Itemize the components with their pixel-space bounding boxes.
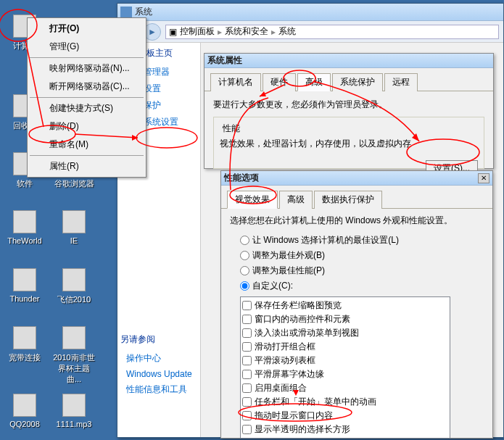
check-row[interactable]: 任务栏和「开始」菜单中的动画 <box>242 395 448 409</box>
icon-label: 谷歌浏览器 <box>52 178 96 189</box>
icon-label: 宽带连接 <box>3 352 46 363</box>
tab-advanced[interactable]: 高级 <box>279 191 313 209</box>
radio-label: 调整为最佳性能(P) <box>252 265 325 275</box>
checkbox[interactable] <box>242 315 252 324</box>
file-icon <box>13 326 36 349</box>
separator <box>30 97 144 98</box>
perf-desc: 视觉效果，处理器计划，内存使用，以及虚拟内存 <box>220 138 478 150</box>
ctx-map-drive[interactable]: 映射网络驱动器(N)... <box>29 59 144 78</box>
icon-label: 2010南非世界杯主题曲... <box>52 352 96 385</box>
check-row[interactable]: 显示半透明的选择长方形 <box>242 423 448 436</box>
icon-label: 飞信2010 <box>52 294 96 305</box>
radio-best-perf[interactable] <box>240 266 249 275</box>
check-label: 淡入淡出或滑动菜单到视图 <box>255 328 359 338</box>
visual-effects-list[interactable]: 保存任务栏缩略图预览窗口内的动画控件和元素淡入淡出或滑动菜单到视图滑动打开组合框… <box>240 296 450 439</box>
checkbox[interactable] <box>242 383 252 393</box>
desktop-icon[interactable]: QQ2008 <box>3 394 46 428</box>
check-row[interactable]: 保存任务栏缩略图预览 <box>242 299 448 312</box>
desktop-icon[interactable]: 1111.mp3 <box>52 394 96 428</box>
desktop-icon[interactable]: 宽带连接 <box>3 326 46 363</box>
radio-label: 调整为最佳外观(B) <box>252 250 325 260</box>
icon-label: TheWorld <box>3 236 46 245</box>
tab-advanced[interactable]: 高级 <box>297 73 331 91</box>
file-icon <box>13 210 36 233</box>
perf-group-title: 性能 <box>220 123 243 135</box>
toolbar: ◄ ► ▣ 控制面板▸ 系统和安全▸ 系统 <box>117 21 503 43</box>
icon-label: 1111.mp3 <box>52 420 96 428</box>
check-label: 显示缩略图，而不是显示图标 <box>255 438 368 439</box>
checkbox[interactable] <box>242 425 252 434</box>
checkbox[interactable] <box>242 411 252 420</box>
sidebar-perf-tools[interactable]: 性能信息和工具 <box>120 381 197 398</box>
checkbox[interactable] <box>242 342 252 352</box>
checkbox[interactable] <box>242 397 252 407</box>
ctx-rename[interactable]: 重命名(M) <box>29 136 144 154</box>
tab-protection[interactable]: 系统保护 <box>332 73 383 91</box>
check-row[interactable]: 平滑屏幕字体边缘 <box>242 368 448 381</box>
check-row[interactable]: 平滑滚动列表框 <box>242 354 448 368</box>
radio-custom[interactable] <box>240 281 249 291</box>
separator <box>30 57 144 58</box>
breadcrumb-item[interactable]: 系统和安全 <box>225 25 268 38</box>
system-properties-dialog: 系统属性 计算机名 硬件 高级 系统保护 远程 要进行大多数更改，您必须作为管理… <box>204 53 494 169</box>
file-icon <box>62 268 86 291</box>
checkbox[interactable] <box>242 370 252 379</box>
checkbox[interactable] <box>242 328 252 338</box>
sidebar-win-update[interactable]: Windows Update <box>120 367 197 381</box>
breadcrumb-item[interactable]: 控制面板 <box>180 25 215 38</box>
radio-label: 自定义(C): <box>252 281 293 291</box>
desktop-icon[interactable]: 飞信2010 <box>52 268 96 305</box>
icon-label: Thunder <box>3 294 46 303</box>
ctx-manage[interactable]: 管理(G) <box>29 38 144 56</box>
ctx-properties[interactable]: 属性(R) <box>29 157 144 175</box>
tab-computer-name[interactable]: 计算机名 <box>210 73 261 91</box>
check-label: 任务栏和「开始」菜单中的动画 <box>255 397 376 407</box>
check-row[interactable]: 拖动时显示窗口内容 <box>242 409 448 423</box>
tab-remote[interactable]: 远程 <box>384 73 418 91</box>
radio-best-look[interactable] <box>240 251 249 260</box>
separator <box>30 155 144 156</box>
check-label: 显示半透明的选择长方形 <box>255 424 350 434</box>
icon-label: QQ2008 <box>3 420 46 428</box>
check-row[interactable]: 窗口内的动画控件和元素 <box>242 312 448 326</box>
ctx-create-shortcut[interactable]: 创建快捷方式(S) <box>29 99 144 117</box>
sidebar-action-center[interactable]: 操作中心 <box>120 350 197 367</box>
ctx-disconnect-drive[interactable]: 断开网络驱动器(C)... <box>29 78 144 96</box>
checkbox[interactable] <box>242 301 252 310</box>
check-row[interactable]: 滑动打开组合框 <box>242 340 448 354</box>
context-menu: 打开(O) 管理(G) 映射网络驱动器(N)... 断开网络驱动器(C)... … <box>27 17 146 178</box>
address-bar[interactable]: ▣ 控制面板▸ 系统和安全▸ 系统 <box>165 25 499 39</box>
check-row[interactable]: 显示缩略图，而不是显示图标 <box>242 436 448 439</box>
breadcrumb-item[interactable]: 系统 <box>278 25 296 38</box>
check-label: 窗口内的动画控件和元素 <box>255 314 350 324</box>
desktop-icon[interactable]: 2010南非世界杯主题曲... <box>52 326 96 385</box>
ctx-open[interactable]: 打开(O) <box>29 20 144 38</box>
check-row[interactable]: 启用桌面组合 <box>242 381 448 395</box>
dialog-title: 系统属性 <box>207 54 490 67</box>
check-label: 启用桌面组合 <box>255 383 307 393</box>
tab-dep[interactable]: 数据执行保护 <box>314 191 382 209</box>
close-button[interactable]: ✕ <box>478 173 489 183</box>
desktop-icon[interactable]: Thunder <box>3 268 46 303</box>
performance-options-dialog: 性能选项 ✕ 视觉效果 高级 数据执行保护 选择您想在此计算机上使用的 Wind… <box>220 170 493 439</box>
ctx-delete[interactable]: 删除(D) <box>29 117 144 136</box>
desktop-icon[interactable]: TheWorld <box>3 210 46 245</box>
dialog-caption: 性能选项 ✕ <box>221 171 492 186</box>
tab-visual-effects[interactable]: 视觉效果 <box>227 191 278 209</box>
system-icon <box>120 7 132 18</box>
tab-hardware[interactable]: 硬件 <box>263 73 296 91</box>
check-row[interactable]: 淡入淡出或滑动菜单到视图 <box>242 326 448 340</box>
check-label: 滑动打开组合框 <box>255 341 315 352</box>
breadcrumb-icon: ▣ <box>169 27 177 37</box>
radio-best-auto[interactable] <box>240 236 249 245</box>
check-label: 保存任务栏缩略图预览 <box>255 300 342 310</box>
check-label: 拖动时显示窗口内容 <box>255 410 333 420</box>
checkbox[interactable] <box>242 356 252 365</box>
desktop-icon[interactable]: IE <box>52 210 96 245</box>
radio-label: 让 Windows 选择计算机的最佳设置(L) <box>252 235 399 245</box>
window-title: 系统 <box>135 6 500 18</box>
dialog-title: 性能选项 <box>224 172 478 184</box>
tabs: 视觉效果 高级 数据执行保护 <box>221 186 492 209</box>
file-icon <box>13 268 36 291</box>
file-icon <box>62 394 86 417</box>
